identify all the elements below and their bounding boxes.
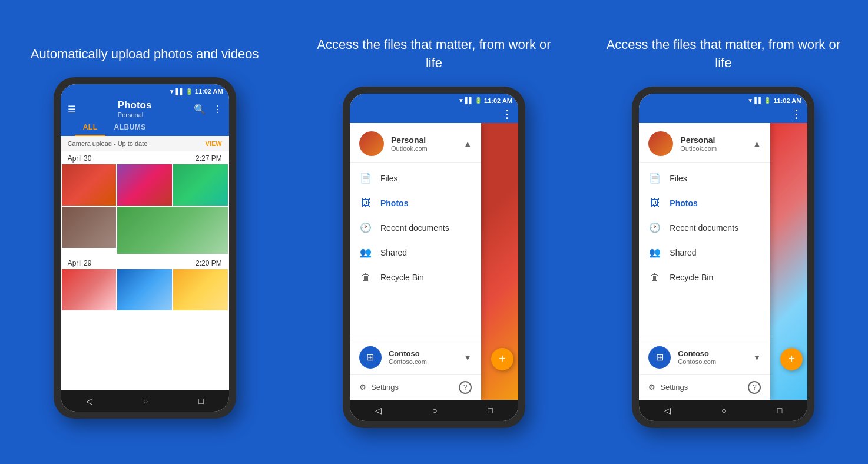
recycle-label-3: Recycle Bin (670, 273, 713, 282)
settings-icon-3: ⚙ (648, 383, 655, 392)
shared-icon: 👥 (359, 246, 372, 259)
contoso-icon-3: ⊞ (656, 352, 664, 363)
app-header-2: ⋮ (350, 105, 518, 123)
home-button-3[interactable]: ○ (721, 406, 726, 415)
chevron-up-icon: ▲ (463, 139, 472, 148)
more-icon[interactable]: ⋮ (213, 104, 222, 115)
drawer-item-photos-3[interactable]: 🖼 Photos (639, 191, 770, 216)
panel-photos: Automatically upload photos and videos ▼… (21, 45, 269, 419)
help-icon: ? (459, 381, 472, 394)
drawer-item-recent[interactable]: 🕐 Recent documents (350, 216, 481, 240)
account-email-personal: Outlook.com (391, 145, 456, 152)
wifi-icon-2: ▼ (458, 97, 464, 104)
drawer-account-contoso-3[interactable]: ⊞ Contoso Contoso.com ▼ (639, 340, 770, 374)
photo-2[interactable] (117, 164, 172, 206)
contoso-icon: ⊞ (366, 352, 374, 363)
tab-albums[interactable]: ALBUMS (105, 118, 154, 136)
recents-button-3[interactable]: □ (777, 406, 782, 415)
panel-title-1: Automatically upload photos and videos (31, 45, 259, 64)
drawer-nav: 📄 Files 🖼 Photos 🕐 Recent documents (350, 163, 481, 334)
phone-3: ▼ ▌▌ 🔋 11:02 AM ⋮ (632, 87, 814, 428)
avatar-personal-3 (648, 131, 673, 156)
panel-drawer-1: Access the files that matter, from work … (310, 36, 558, 428)
account-email-contoso-3: Contoso.com (678, 358, 746, 365)
signal-icon-2: ▌▌ (465, 97, 473, 104)
photo-1[interactable] (62, 164, 117, 206)
drawer-account-personal-3[interactable]: Personal Outlook.com ▲ (639, 123, 770, 163)
recent-icon: 🕐 (359, 221, 372, 234)
back-button-1[interactable]: ◁ (86, 396, 92, 406)
phone-1-screen: ▼ ▌▌ 🔋 11:02 AM ☰ Photos Personal 🔍 ⋮ (61, 84, 229, 412)
account-name-personal: Personal (391, 135, 456, 145)
account-info-contoso-3: Contoso Contoso.com (678, 349, 746, 365)
drawer-item-recycle-3[interactable]: 🗑 Recycle Bin (639, 265, 770, 290)
help-item[interactable]: ? (459, 381, 472, 394)
status-time-2: 11:02 AM (484, 97, 512, 104)
home-button-1[interactable]: ○ (143, 396, 148, 406)
drawer-item-files[interactable]: 📄 Files (350, 166, 481, 191)
upload-bar: Camera upload - Up to date VIEW (61, 136, 229, 151)
drawer-item-recent-3[interactable]: 🕐 Recent documents (639, 216, 770, 240)
photos-app-title: Photos (118, 100, 152, 111)
drawer-account-contoso[interactable]: ⊞ Contoso Contoso.com ▼ (350, 340, 481, 374)
drawer-screen-3: Personal Outlook.com ▲ 📄 Files 🖼 Photos (639, 123, 807, 400)
android-nav-2: ◁ ○ □ (350, 400, 518, 421)
panel-title-2: Access the files that matter, from work … (310, 36, 558, 72)
more-dots-3[interactable]: ⋮ (791, 108, 801, 121)
photos-app-header: ☰ Photos Personal 🔍 ⋮ ALL ALBUMS (61, 96, 229, 136)
avatar-personal (359, 131, 384, 156)
drawer-item-photos[interactable]: 🖼 Photos (350, 191, 481, 216)
drawer-panel-3: Personal Outlook.com ▲ 📄 Files 🖼 Photos (639, 123, 770, 400)
drawer-item-shared[interactable]: 👥 Shared (350, 240, 481, 265)
drawer-panel: Personal Outlook.com ▲ 📄 Files 🖼 (350, 123, 481, 400)
drawer-item-recycle[interactable]: 🗑 Recycle Bin (350, 265, 481, 290)
phone-3-screen: ▼ ▌▌ 🔋 11:02 AM ⋮ (639, 94, 807, 421)
account-email-contoso: Contoso.com (389, 358, 456, 365)
date-row-2: April 29 2:20 PM (61, 256, 229, 269)
account-name-contoso-3: Contoso (678, 349, 746, 358)
more-dots-2[interactable]: ⋮ (502, 108, 512, 121)
photo-8[interactable] (173, 269, 228, 310)
drawer-footer-3: ⚙ Settings ? (639, 374, 770, 400)
recycle-icon: 🗑 (359, 271, 372, 284)
home-button-2[interactable]: ○ (432, 406, 437, 415)
photo-3[interactable] (173, 164, 228, 206)
photo-7[interactable] (117, 269, 172, 310)
recents-button-2[interactable]: □ (488, 406, 492, 415)
files-label: Files (380, 174, 398, 183)
photo-4[interactable] (62, 207, 117, 248)
back-button-2[interactable]: ◁ (375, 406, 382, 415)
search-icon[interactable]: 🔍 (194, 104, 206, 115)
help-item-3[interactable]: ? (748, 381, 761, 394)
hamburger-icon[interactable]: ☰ (68, 104, 76, 115)
view-button[interactable]: VIEW (206, 140, 222, 147)
drawer-account-personal[interactable]: Personal Outlook.com ▲ (350, 123, 481, 163)
status-bar-3: ▼ ▌▌ 🔋 11:02 AM (639, 94, 807, 105)
fab-button-3[interactable]: + (780, 348, 803, 370)
drawer-item-shared-3[interactable]: 👥 Shared (639, 240, 770, 265)
fab-button[interactable]: + (491, 348, 513, 370)
recents-button-1[interactable]: □ (198, 396, 203, 406)
photos-title-block: Photos Personal (118, 100, 152, 118)
date-label-2: April 29 (68, 259, 92, 267)
drawer-nav-3: 📄 Files 🖼 Photos 🕐 Recent documents (639, 163, 770, 334)
phone-2: ▼ ▌▌ 🔋 11:02 AM ⋮ (343, 87, 525, 428)
shared-label: Shared (380, 248, 407, 257)
settings-item[interactable]: ⚙ Settings (359, 383, 399, 392)
status-icons-3: ▼ ▌▌ 🔋 (747, 97, 771, 104)
avatar-contoso: ⊞ (359, 346, 382, 369)
photo-grid-top (61, 164, 229, 254)
drawer-footer: ⚙ Settings ? (350, 374, 481, 400)
drawer-item-files-3[interactable]: 📄 Files (639, 166, 770, 191)
photos-body: Camera upload - Up to date VIEW April 30… (61, 136, 229, 390)
account-name-contoso: Contoso (389, 349, 456, 358)
settings-item-3[interactable]: ⚙ Settings (648, 383, 688, 392)
tab-all[interactable]: ALL (75, 118, 106, 136)
battery-icon-2: 🔋 (475, 97, 482, 104)
account-info-personal-3: Personal Outlook.com (680, 135, 746, 152)
back-button-3[interactable]: ◁ (664, 406, 671, 415)
phone-2-screen: ▼ ▌▌ 🔋 11:02 AM ⋮ (350, 94, 518, 421)
photo-5[interactable] (117, 207, 227, 254)
wifi-icon-3: ▼ (747, 97, 753, 104)
photo-6[interactable] (62, 269, 117, 310)
